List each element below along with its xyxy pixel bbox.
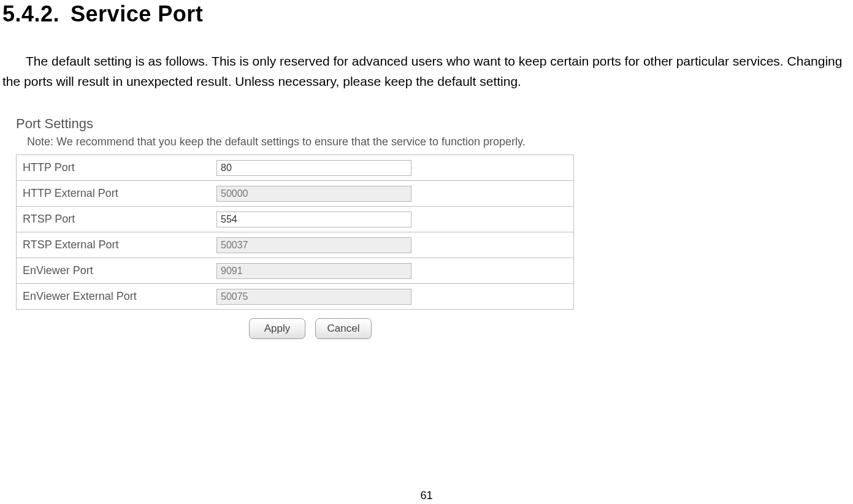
- input-enviewer-external-port[interactable]: [216, 289, 411, 305]
- row-http-external-port: HTTP External Port: [17, 181, 573, 207]
- page-number: 61: [0, 489, 853, 502]
- label-rtsp-port: RTSP Port: [23, 213, 216, 226]
- label-enviewer-port: EnViewer Port: [23, 264, 216, 277]
- row-http-port: HTTP Port: [17, 155, 573, 181]
- port-settings-form: HTTP Port HTTP External Port RTSP Port R…: [16, 155, 574, 310]
- input-rtsp-external-port[interactable]: [216, 237, 411, 253]
- button-row: Apply Cancel: [16, 318, 605, 339]
- intro-paragraph: The default setting is as follows. This …: [0, 27, 853, 91]
- input-http-external-port[interactable]: [216, 186, 411, 202]
- apply-button[interactable]: Apply: [249, 318, 305, 339]
- section-heading: 5.4.2.Service Port: [0, 0, 853, 27]
- port-settings-panel: Port Settings Note: We recommend that yo…: [16, 116, 592, 339]
- panel-note: Note: We recommend that you keep the def…: [16, 136, 592, 148]
- label-http-port: HTTP Port: [23, 161, 216, 174]
- label-rtsp-external-port: RTSP External Port: [23, 239, 216, 251]
- row-rtsp-port: RTSP Port: [17, 207, 573, 232]
- input-http-port[interactable]: [216, 160, 411, 176]
- input-rtsp-port[interactable]: [216, 212, 411, 227]
- row-enviewer-external-port: EnViewer External Port: [17, 284, 573, 310]
- section-number: 5.4.2.: [2, 1, 59, 27]
- row-enviewer-port: EnViewer Port: [17, 258, 573, 284]
- panel-title: Port Settings: [16, 116, 592, 132]
- input-enviewer-port[interactable]: [216, 263, 411, 279]
- cancel-button[interactable]: Cancel: [315, 318, 372, 339]
- intro-text: The default setting is as follows. This …: [2, 54, 842, 88]
- label-enviewer-external-port: EnViewer External Port: [23, 290, 216, 303]
- section-title: Service Port: [71, 1, 203, 26]
- row-rtsp-external-port: RTSP External Port: [17, 232, 573, 258]
- label-http-external-port: HTTP External Port: [23, 187, 216, 200]
